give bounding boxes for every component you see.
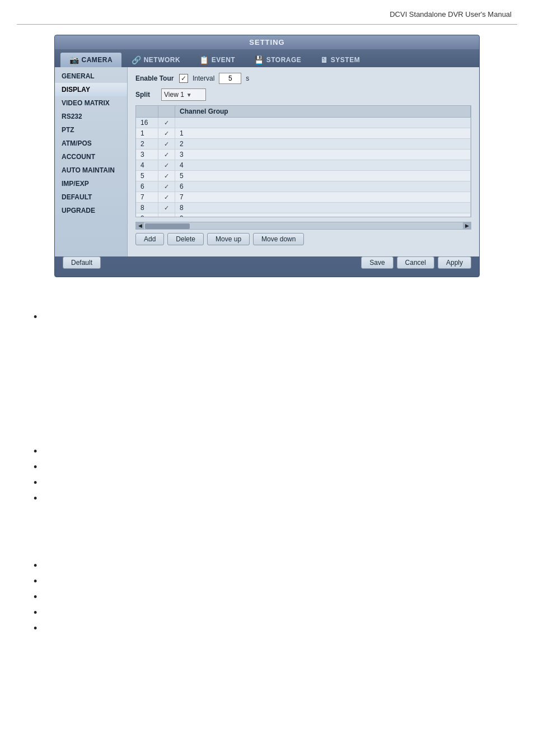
row-group: 1	[175, 128, 471, 138]
row-num: 6	[136, 181, 158, 192]
bullet-dot: •	[34, 462, 37, 472]
hscroll-thumb[interactable]	[145, 223, 190, 229]
row-group: 7	[175, 192, 471, 202]
table-row[interactable]: 16 ✓	[136, 118, 471, 128]
default-button[interactable]: Default	[63, 256, 101, 269]
table-row[interactable]: 3 ✓ 3	[136, 150, 471, 160]
tab-network-label: NETWORK	[144, 56, 181, 64]
add-button[interactable]: Add	[135, 233, 164, 245]
sidebar-item-general[interactable]: GENERAL	[55, 69, 127, 83]
sidebar-item-imp-exp[interactable]: IMP/EXP	[55, 177, 127, 190]
network-icon: 🔗	[132, 55, 142, 64]
table-row[interactable]: 9 ✓ 9	[136, 213, 471, 217]
list-item: •	[34, 477, 517, 488]
row-group: 2	[175, 139, 471, 149]
horizontal-scrollbar[interactable]: ◀ ▶	[135, 222, 471, 230]
system-icon: 🖥	[320, 55, 329, 64]
cancel-button[interactable]: Cancel	[397, 256, 434, 269]
row-num: 2	[136, 139, 158, 149]
sidebar-item-video-matrix[interactable]: VIDEO MATRIX	[55, 96, 127, 110]
interval-label: Interval	[193, 74, 214, 82]
interval-input[interactable]: 5	[219, 73, 241, 84]
apply-button[interactable]: Apply	[438, 256, 471, 269]
table-row[interactable]: 4 ✓ 4	[136, 160, 471, 171]
col-check	[158, 106, 175, 117]
list-item: •	[34, 606, 517, 618]
scroll-right-arrow[interactable]: ▶	[463, 222, 471, 230]
list-item: •	[34, 559, 517, 571]
row-check[interactable]: ✓	[158, 181, 175, 192]
list-item: •	[34, 591, 517, 602]
dialog-container: SETTING 📷 CAMERA 🔗 NETWORK 📋 EVENT 💾 STO…	[54, 35, 480, 277]
row-num: 4	[136, 160, 158, 170]
table-row[interactable]: 5 ✓ 5	[136, 171, 471, 181]
list-item: •	[34, 492, 517, 503]
bullet-dot: •	[34, 608, 37, 618]
tab-system[interactable]: 🖥 SYSTEM	[311, 53, 369, 67]
row-check[interactable]: ✓	[158, 139, 175, 149]
channel-group-table[interactable]: Channel Group 16 ✓ 1 ✓ 1	[135, 105, 471, 217]
table-row[interactable]: 1 ✓ 1	[136, 128, 471, 139]
dialog-title: SETTING	[55, 35, 479, 49]
sidebar-item-rs232[interactable]: RS232	[55, 110, 127, 123]
row-check[interactable]: ✓	[158, 203, 175, 213]
table-row[interactable]: 2 ✓ 2	[136, 139, 471, 150]
scroll-left-arrow[interactable]: ◀	[136, 222, 144, 230]
table-row[interactable]: 8 ✓ 8	[136, 203, 471, 213]
chevron-down-icon: ▼	[186, 92, 192, 98]
tab-event-label: EVENT	[212, 56, 236, 64]
bullet-dot: •	[34, 592, 37, 602]
bullet-dot: •	[34, 561, 37, 571]
hscroll-track	[144, 222, 463, 229]
move-up-button[interactable]: Move up	[207, 233, 250, 245]
tab-storage[interactable]: 💾 STORAGE	[245, 53, 310, 67]
row-group: 8	[175, 203, 471, 213]
move-down-button[interactable]: Move down	[253, 233, 304, 245]
row-check[interactable]: ✓	[158, 128, 175, 138]
row-group: 4	[175, 160, 471, 170]
bottom-row: Default Save Cancel Apply	[55, 256, 479, 269]
main-content: Enable Tour ✓ Interval 5 s Split View 1 …	[128, 67, 479, 256]
camera-icon: 📷	[69, 55, 79, 64]
row-check[interactable]: ✓	[158, 213, 175, 217]
split-dropdown[interactable]: View 1 ▼	[161, 88, 206, 101]
enable-tour-label: Enable Tour	[135, 74, 175, 82]
col-group-header: Channel Group	[175, 106, 471, 117]
bullet-dot: •	[34, 623, 37, 633]
sidebar-item-upgrade[interactable]: UPGRADE	[55, 204, 127, 217]
sidebar-item-ptz[interactable]: PTZ	[55, 123, 127, 137]
row-check[interactable]: ✓	[158, 192, 175, 202]
sidebar-item-default[interactable]: DEFAULT	[55, 190, 127, 204]
bullet-dot: •	[34, 493, 37, 503]
row-check[interactable]: ✓	[158, 171, 175, 181]
row-num: 5	[136, 171, 158, 181]
table-row[interactable]: 7 ✓ 7	[136, 192, 471, 203]
tab-network[interactable]: 🔗 NETWORK	[123, 53, 189, 67]
sidebar-item-display[interactable]: DISPLAY	[55, 83, 127, 96]
interval-unit: s	[246, 74, 249, 82]
list-item: •	[34, 311, 517, 322]
bullet-section-2: • • • •	[0, 434, 534, 503]
tab-system-label: SYSTEM	[331, 56, 360, 64]
row-check[interactable]: ✓	[158, 150, 175, 160]
sidebar-item-atm-pos[interactable]: ATM/POS	[55, 137, 127, 150]
bullet-dot: •	[34, 312, 37, 322]
sidebar-item-auto-maintain[interactable]: AUTO MAINTAIN	[55, 164, 127, 177]
save-button[interactable]: Save	[361, 256, 393, 269]
tab-camera[interactable]: 📷 CAMERA	[60, 53, 121, 67]
bullet-dot: •	[34, 576, 37, 586]
page-title: DCVI Standalone DVR User's Manual	[0, 0, 534, 22]
dialog-body: GENERAL DISPLAY VIDEO MATRIX RS232 PTZ A…	[55, 67, 479, 256]
tab-event[interactable]: 📋 EVENT	[190, 53, 244, 67]
enable-tour-checkbox[interactable]: ✓	[179, 74, 188, 83]
delete-button[interactable]: Delete	[167, 233, 204, 245]
sidebar-item-account[interactable]: ACCOUNT	[55, 150, 127, 164]
row-check[interactable]: ✓	[158, 118, 175, 128]
table-row[interactable]: 6 ✓ 6	[136, 181, 471, 192]
list-item: •	[34, 575, 517, 586]
row-group: 3	[175, 150, 471, 160]
enable-tour-row: Enable Tour ✓ Interval 5 s	[135, 73, 471, 84]
row-check[interactable]: ✓	[158, 160, 175, 170]
bullet-section-1: •	[0, 277, 534, 322]
tab-storage-label: STORAGE	[266, 56, 302, 64]
